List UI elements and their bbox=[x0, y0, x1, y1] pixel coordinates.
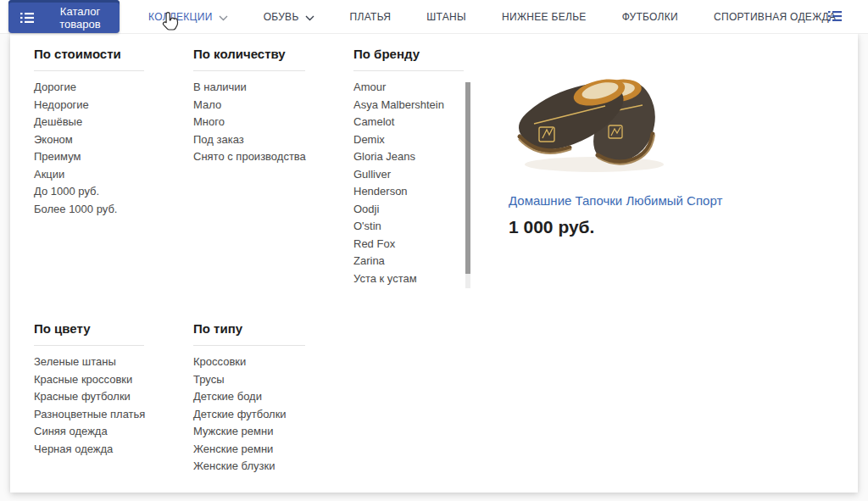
menu-link[interactable]: Мало bbox=[193, 97, 305, 114]
column-title: По стоимости bbox=[34, 47, 144, 71]
menu-link[interactable]: Много bbox=[193, 114, 305, 131]
menu-link[interactable]: Oodji bbox=[353, 201, 472, 219]
nav-item-label: ОБУВЬ bbox=[264, 11, 299, 23]
filter-column-type: По типу КроссовкиТрусыДетские бодиДетски… bbox=[193, 321, 305, 476]
menu-link[interactable]: Разноцветные платья bbox=[34, 406, 144, 424]
column-title: По типу bbox=[193, 321, 305, 346]
column-items: Зеленые штаныКрасные кроссовкиКрасные фу… bbox=[34, 353, 144, 458]
nav-item-tshirts[interactable]: ФУТБОЛКИ bbox=[622, 11, 678, 23]
filter-column-color: По цвету Зеленые штаныКрасные кроссовкиК… bbox=[34, 321, 144, 458]
nav-item-shoes[interactable]: ОБУВЬ bbox=[264, 11, 314, 23]
menu-link[interactable]: Camelot bbox=[353, 114, 472, 131]
filter-column-quantity: По количеству В наличииМалоМногоПод зака… bbox=[193, 47, 305, 166]
product-title-link[interactable]: Домашние Тапочки Любимый Спорт bbox=[509, 193, 727, 208]
catalog-button-label: Каталог товаров bbox=[41, 5, 120, 31]
menu-link[interactable]: Более 1000 руб. bbox=[34, 201, 144, 219]
menu-link[interactable]: Красные футболки bbox=[34, 388, 144, 406]
menu-link[interactable]: Зеленые штаны bbox=[34, 353, 144, 371]
menu-link[interactable]: Красные кроссовки bbox=[34, 371, 144, 389]
menu-link[interactable]: Черная одежда bbox=[34, 441, 144, 459]
scrollbar-thumb[interactable] bbox=[465, 82, 470, 274]
menu-link[interactable]: Женские блузки bbox=[193, 458, 305, 476]
product-price: 1 000 руб. bbox=[509, 217, 727, 237]
menu-link[interactable]: Недорогие bbox=[34, 97, 144, 114]
menu-link[interactable]: Кроссовки bbox=[193, 353, 305, 371]
list-icon bbox=[20, 12, 34, 24]
menu-link[interactable]: Синяя одежда bbox=[34, 423, 144, 441]
chevron-down-icon bbox=[219, 15, 228, 21]
collections-dropdown-panel: По стоимости ДорогиеНедорогиеДешёвыеЭкон… bbox=[10, 34, 858, 493]
menu-link[interactable]: Под заказ bbox=[193, 131, 305, 149]
menu-link[interactable]: Женские ремни bbox=[193, 441, 305, 459]
menu-link[interactable]: Gulliver bbox=[353, 166, 472, 184]
nav-item-underwear[interactable]: НИЖНЕЕ БЕЛЬЕ bbox=[502, 11, 587, 23]
menu-link[interactable]: Уста к устам bbox=[353, 270, 472, 288]
menu-link[interactable]: Zarina bbox=[353, 253, 472, 270]
chevron-down-icon bbox=[305, 15, 314, 21]
menu-link[interactable]: Эконом bbox=[34, 131, 144, 149]
catalog-button[interactable]: Каталог товаров bbox=[8, 0, 120, 33]
column-items-scrollable: AmourAsya MalbershteinCamelotDemixGloria… bbox=[353, 79, 472, 288]
column-items: В наличииМалоМногоПод заказСнято с произ… bbox=[193, 79, 305, 166]
column-title: По цвету bbox=[34, 321, 144, 346]
menu-link[interactable]: Red Fox bbox=[353, 236, 472, 253]
menu-link[interactable]: Акции bbox=[34, 166, 144, 184]
filter-column-cost: По стоимости ДорогиеНедорогиеДешёвыеЭкон… bbox=[34, 47, 144, 218]
column-title: По бренду bbox=[353, 47, 464, 71]
nav-item-sportswear[interactable]: СПОРТИВНАЯ ОДЕЖДА bbox=[714, 11, 836, 23]
list-icon[interactable] bbox=[828, 10, 842, 25]
filter-column-brand: По бренду AmourAsya MalbershteinCamelotD… bbox=[353, 47, 464, 288]
featured-product-card: Домашние Тапочки Любимый Спорт 1 000 руб… bbox=[507, 53, 727, 237]
menu-link[interactable]: Мужские ремни bbox=[193, 423, 305, 441]
main-nav: КОЛЛЕКЦИИ ОБУВЬ ПЛАТЬЯ ШТАНЫ НИЖНЕЕ БЕЛЬ… bbox=[148, 0, 836, 34]
product-image[interactable] bbox=[514, 53, 675, 181]
menu-link[interactable]: Преимум bbox=[34, 148, 144, 166]
menu-link[interactable]: Детские боди bbox=[193, 388, 305, 406]
nav-item-label: КОЛЛЕКЦИИ bbox=[148, 11, 213, 23]
menu-link[interactable]: В наличии bbox=[193, 79, 305, 97]
menu-link[interactable]: Amour bbox=[353, 79, 472, 97]
menu-link[interactable]: Gloria Jeans bbox=[353, 148, 472, 166]
menu-link[interactable]: Снято с производства bbox=[193, 148, 305, 166]
menu-link[interactable]: Henderson bbox=[353, 183, 472, 201]
menu-link[interactable]: Asya Malbershtein bbox=[353, 97, 472, 114]
menu-link[interactable]: Demix bbox=[353, 131, 472, 149]
menu-link[interactable]: Дорогие bbox=[34, 79, 144, 97]
nav-item-dresses[interactable]: ПЛАТЬЯ bbox=[350, 11, 392, 23]
menu-link[interactable]: O'stin bbox=[353, 218, 472, 236]
nav-item-pants[interactable]: ШТАНЫ bbox=[426, 11, 466, 23]
menu-link[interactable]: Дешёвые bbox=[34, 114, 144, 131]
menu-link[interactable]: Детские футболки bbox=[193, 406, 305, 424]
column-items: ДорогиеНедорогиеДешёвыеЭкономПреимумАкци… bbox=[34, 79, 144, 218]
column-items: КроссовкиТрусыДетские бодиДетские футбол… bbox=[193, 353, 305, 476]
menu-link[interactable]: До 1000 руб. bbox=[34, 183, 144, 201]
top-navigation-bar: Каталог товаров КОЛЛЕКЦИИ ОБУВЬ ПЛАТЬЯ Ш… bbox=[0, 0, 868, 34]
column-title: По количеству bbox=[193, 47, 305, 71]
menu-link[interactable]: Трусы bbox=[193, 371, 305, 389]
nav-item-collections[interactable]: КОЛЛЕКЦИИ bbox=[148, 11, 228, 23]
